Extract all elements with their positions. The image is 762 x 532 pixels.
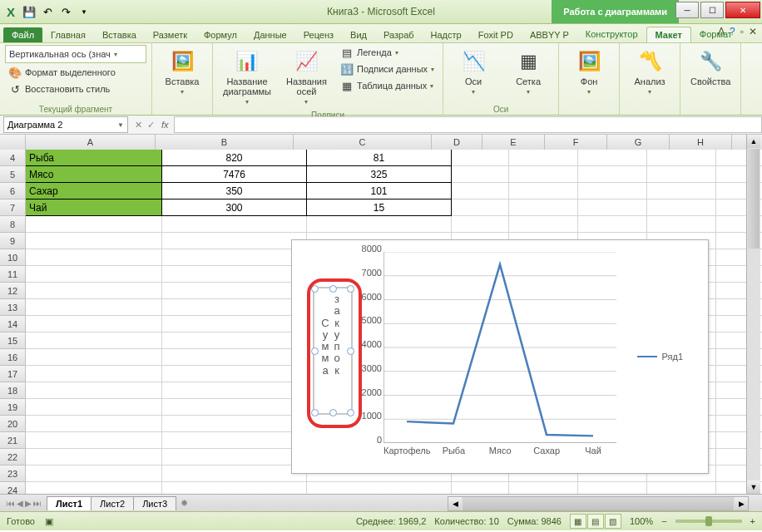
row-header[interactable]: 20 bbox=[0, 416, 26, 432]
new-sheet-icon[interactable]: ✸ bbox=[176, 498, 193, 509]
minimize-button[interactable]: ─ bbox=[675, 2, 699, 18]
cell[interactable] bbox=[26, 266, 162, 283]
cell[interactable]: 81 bbox=[307, 150, 452, 166]
tab-разметк[interactable]: Разметк bbox=[145, 27, 195, 42]
mdi-restore-icon[interactable]: ▫ bbox=[740, 26, 744, 37]
cell[interactable] bbox=[452, 216, 509, 233]
scroll-thumb[interactable] bbox=[748, 149, 760, 249]
row-header[interactable]: 18 bbox=[0, 382, 26, 399]
tab-реценз[interactable]: Реценз bbox=[295, 27, 342, 42]
resize-handle[interactable] bbox=[329, 409, 337, 416]
axis-title-selection-box[interactable]: Суммазакупок bbox=[313, 287, 353, 415]
axes-button[interactable]: 📉Оси bbox=[448, 45, 498, 99]
cell[interactable] bbox=[162, 332, 307, 349]
sheet-tab[interactable]: Лист2 bbox=[91, 496, 134, 510]
cell[interactable]: Сахар bbox=[26, 183, 162, 200]
minimize-ribbon-icon[interactable]: ᐱ bbox=[718, 26, 725, 37]
page-layout-view-button[interactable]: ▤ bbox=[587, 514, 604, 529]
row-header[interactable]: 19 bbox=[0, 399, 26, 416]
cell[interactable] bbox=[509, 216, 578, 233]
cell[interactable]: 15 bbox=[307, 200, 452, 216]
cell[interactable] bbox=[509, 150, 578, 166]
cell[interactable] bbox=[452, 150, 509, 166]
cell[interactable] bbox=[647, 216, 716, 233]
row-header[interactable]: 11 bbox=[0, 266, 26, 283]
worksheet-area[interactable]: ABCDEFGHI4Рыба820815Мясо74763256Сахар350… bbox=[0, 135, 762, 494]
row-header[interactable]: 9 bbox=[0, 233, 26, 249]
cell[interactable]: 350 bbox=[162, 183, 307, 200]
row-header[interactable]: 5 bbox=[0, 166, 26, 183]
scroll-down-icon[interactable]: ▼ bbox=[747, 480, 760, 494]
cell[interactable]: 101 bbox=[307, 183, 452, 200]
row-header[interactable]: 8 bbox=[0, 216, 26, 233]
column-header[interactable]: F bbox=[545, 135, 607, 150]
page-break-view-button[interactable]: ▧ bbox=[605, 514, 621, 529]
chart-plot-area[interactable] bbox=[383, 252, 616, 443]
cell[interactable] bbox=[647, 183, 716, 200]
sheet-tab[interactable]: Лист3 bbox=[133, 496, 176, 510]
cell[interactable] bbox=[578, 150, 647, 166]
cell[interactable] bbox=[26, 466, 162, 482]
cell[interactable] bbox=[162, 249, 307, 266]
cell[interactable] bbox=[452, 482, 509, 494]
reset-style-button[interactable]: ↺Восстановить стиль bbox=[5, 81, 146, 96]
fx-icon[interactable]: fx bbox=[161, 120, 174, 130]
cell[interactable] bbox=[162, 416, 307, 432]
resize-handle[interactable] bbox=[347, 285, 354, 293]
cell[interactable] bbox=[26, 449, 162, 466]
tab-надстр[interactable]: Надстр bbox=[423, 27, 470, 42]
cell[interactable] bbox=[647, 150, 716, 166]
zoom-level[interactable]: 100% bbox=[630, 516, 653, 526]
tab-foxit pd[interactable]: Foxit PD bbox=[470, 27, 522, 42]
cell[interactable] bbox=[26, 216, 162, 233]
chart-title-button[interactable]: 📊Название диаграммы bbox=[218, 45, 276, 109]
sheet-nav-arrows[interactable]: ⏮◀▶⏭ bbox=[7, 499, 47, 508]
plot-area-button[interactable]: 🖼️Фон bbox=[564, 45, 614, 99]
column-header[interactable]: B bbox=[156, 135, 294, 150]
cell[interactable] bbox=[26, 249, 162, 266]
cell[interactable] bbox=[26, 432, 162, 449]
save-icon[interactable]: 💾 bbox=[22, 4, 37, 19]
cell[interactable] bbox=[26, 382, 162, 399]
undo-icon[interactable]: ↶ bbox=[40, 4, 55, 19]
zoom-slider[interactable] bbox=[675, 520, 742, 523]
cell[interactable] bbox=[162, 283, 307, 299]
cell[interactable] bbox=[26, 283, 162, 299]
cell[interactable] bbox=[509, 183, 578, 200]
cell[interactable] bbox=[26, 399, 162, 416]
data-table-button[interactable]: ▦Таблица данных bbox=[337, 78, 438, 93]
tab-вставка[interactable]: Вставка bbox=[94, 27, 145, 42]
cell[interactable] bbox=[578, 482, 647, 494]
cell[interactable] bbox=[26, 416, 162, 432]
cell[interactable] bbox=[162, 449, 307, 466]
cell[interactable]: 7476 bbox=[162, 166, 307, 183]
cell[interactable]: 300 bbox=[162, 200, 307, 216]
column-header[interactable]: G bbox=[607, 135, 670, 150]
cell[interactable] bbox=[452, 183, 509, 200]
resize-handle[interactable] bbox=[311, 347, 319, 355]
scroll-left-icon[interactable]: ◀ bbox=[448, 497, 462, 510]
resize-handle[interactable] bbox=[347, 409, 354, 416]
cell[interactable]: Мясо bbox=[26, 166, 162, 183]
tab-главная[interactable]: Главная bbox=[42, 27, 94, 42]
tab-формул[interactable]: Формул bbox=[195, 27, 245, 42]
cell[interactable] bbox=[509, 200, 578, 216]
axis-title-text[interactable]: Суммазакупок bbox=[319, 293, 343, 377]
cell[interactable] bbox=[162, 432, 307, 449]
row-header[interactable]: 6 bbox=[0, 183, 26, 200]
macro-record-icon[interactable]: ▣ bbox=[45, 516, 53, 527]
scroll-thumb[interactable] bbox=[463, 497, 734, 510]
resize-handle[interactable] bbox=[311, 285, 319, 293]
tab-file[interactable]: Файл bbox=[3, 27, 42, 42]
cell[interactable] bbox=[578, 166, 647, 183]
vertical-scrollbar[interactable]: ▲ ▼ bbox=[746, 135, 760, 494]
cell[interactable] bbox=[162, 266, 307, 283]
cell[interactable] bbox=[162, 233, 307, 249]
chart-element-selector[interactable]: Вертикальная ось (знач bbox=[5, 45, 146, 63]
row-header[interactable]: 16 bbox=[0, 349, 26, 366]
close-button[interactable]: ✕ bbox=[725, 2, 760, 18]
row-header[interactable]: 7 bbox=[0, 200, 26, 216]
row-header[interactable]: 23 bbox=[0, 466, 26, 482]
column-header[interactable]: E bbox=[482, 135, 545, 150]
cell[interactable] bbox=[26, 233, 162, 249]
